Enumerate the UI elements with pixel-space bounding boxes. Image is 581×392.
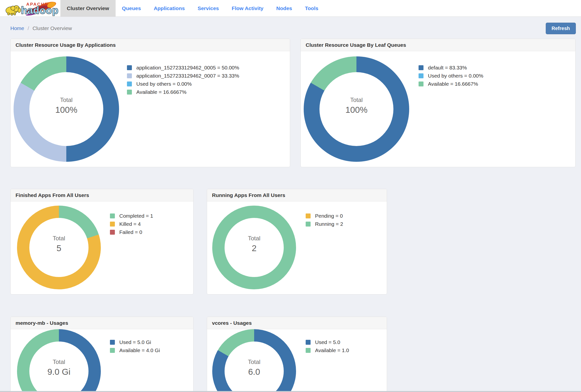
donut-center-value: 5 — [53, 243, 65, 253]
legend-label: Pending = 0 — [315, 213, 343, 219]
donut-center-label: Total — [345, 97, 368, 103]
donut-chart-applications[interactable]: Total 100% — [14, 56, 119, 162]
tab-cluster-overview[interactable]: Cluster Overview — [60, 0, 116, 16]
legend-label: Available = 1.0 — [315, 348, 349, 353]
panel-body: Total 5 Completed = 1 Killed = 4 — [10, 201, 193, 294]
breadcrumb: Home / Cluster Overview — [10, 25, 72, 31]
tab-flow-activity[interactable]: Flow Activity — [225, 0, 270, 16]
chart-legend: default = 83.33% Used by others = 0.00% … — [418, 63, 484, 88]
legend-swatch — [110, 340, 115, 345]
legend-item[interactable]: Used by others = 0.00% — [127, 80, 239, 88]
legend-item[interactable]: Pending = 0 — [306, 212, 343, 220]
legend-item[interactable]: application_1527233129462_0007 = 33.33% — [127, 72, 239, 80]
legend-swatch — [127, 90, 132, 95]
nav-tabs: Cluster Overview Queues Applications Ser… — [60, 0, 325, 16]
panel-title: Cluster Resource Usage By Leaf Queues — [301, 39, 575, 51]
chart-legend: Pending = 0 Running = 2 — [306, 212, 343, 228]
donut-center-label: Total — [47, 359, 70, 365]
legend-item[interactable]: application_1527233129462_0005 = 50.00% — [127, 63, 239, 72]
breadcrumb-current: Cluster Overview — [32, 25, 72, 31]
donut-hole: Total 100% — [29, 72, 103, 146]
donut-chart-leaf-queues[interactable]: Total 100% — [304, 56, 409, 162]
tab-services[interactable]: Services — [191, 0, 225, 16]
tab-nodes[interactable]: Nodes — [270, 0, 298, 16]
legend-item[interactable]: Used = 5.0 — [306, 338, 349, 346]
donut-center-value: 6.0 — [248, 367, 260, 377]
panel-title: vcores - Usages — [207, 317, 387, 329]
breadcrumb-separator: / — [28, 25, 29, 31]
legend-item[interactable]: Available = 16.6667% — [418, 80, 484, 88]
panel-cluster-resource-usage-by-applications: Cluster Resource Usage By Applications T… — [10, 39, 290, 167]
donut-center-label: Total — [55, 97, 78, 103]
donut-center-value: 100% — [55, 105, 78, 115]
tab-applications[interactable]: Applications — [148, 0, 191, 16]
panel-body: Total 2 Pending = 0 Running = 2 — [207, 201, 387, 294]
legend-label: application_1527233129462_0005 = 50.00% — [136, 65, 239, 71]
legend-label: Available = 16.6667% — [136, 89, 186, 95]
legend-item[interactable]: Available = 4.0 Gi — [110, 346, 160, 354]
chart-legend: application_1527233129462_0005 = 50.00% … — [127, 63, 239, 96]
donut-chart-vcores-usages[interactable]: Total 6.0 — [212, 329, 296, 392]
panel-finished-apps: Finished Apps From All Users Total 5 — [10, 189, 194, 294]
panel-vcores-usages: vcores - Usages Total 6.0 Us — [207, 317, 387, 392]
legend-swatch — [418, 73, 424, 78]
donut-center-label: Total — [248, 235, 260, 242]
chart-legend: Used = 5.0 Available = 1.0 — [306, 338, 349, 354]
hadoop-elephant-icon: APACHE hadoop — [2, 1, 58, 16]
donut-center-value: 2 — [248, 243, 260, 253]
legend-label: application_1527233129462_0007 = 33.33% — [136, 73, 239, 79]
legend-swatch — [110, 230, 115, 235]
legend-swatch — [110, 348, 115, 353]
donut-hole: Total 2 — [224, 218, 284, 277]
page: APACHE hadoop Cluster Overview Queues Ap… — [0, 0, 581, 392]
donut-center-value: 100% — [345, 105, 368, 115]
breadcrumb-home-link[interactable]: Home — [10, 25, 24, 31]
legend-swatch — [110, 222, 115, 226]
legend-item[interactable]: Running = 2 — [306, 220, 343, 228]
panel-row-3: memory-mb - Usages Total 9.0 Gi — [10, 317, 576, 392]
legend-label: Available = 4.0 Gi — [119, 348, 160, 353]
donut-center-label: Total — [248, 359, 260, 365]
donut-center-value: 9.0 Gi — [47, 367, 70, 377]
legend-label: Used by others = 0.00% — [136, 81, 192, 87]
legend-swatch — [418, 81, 424, 86]
legend-item[interactable]: Used = 5.0 Gi — [110, 338, 160, 346]
legend-swatch — [306, 348, 310, 353]
chart-legend: Used = 5.0 Gi Available = 4.0 Gi — [110, 338, 160, 354]
donut-chart-memory-usages[interactable]: Total 9.0 Gi — [17, 329, 101, 392]
panel-body: Total 9.0 Gi Used = 5.0 Gi Available — [10, 329, 193, 392]
panel-memory-mb-usages: memory-mb - Usages Total 9.0 Gi — [10, 317, 194, 392]
legend-item[interactable]: Used by others = 0.00% — [418, 72, 484, 80]
refresh-button[interactable]: Refresh — [546, 23, 576, 34]
donut-hole: Total 9.0 Gi — [29, 342, 88, 392]
donut-chart-running-apps[interactable]: Total 2 — [212, 205, 296, 289]
panel-body: Total 100% application_1527233129462_000… — [10, 51, 290, 167]
panel-title: memory-mb - Usages — [10, 317, 193, 329]
hadoop-wordmark: hadoop — [21, 5, 58, 16]
panel-row-1: Cluster Resource Usage By Applications T… — [10, 39, 576, 167]
panel-body: Total 6.0 Used = 5.0 Available = 1.0 — [207, 329, 387, 392]
legend-item[interactable]: Available = 16.6667% — [127, 88, 239, 96]
legend-swatch — [306, 213, 310, 218]
legend-label: default = 83.33% — [428, 65, 467, 71]
legend-item[interactable]: Completed = 1 — [110, 212, 153, 220]
main-content: Home / Cluster Overview Refresh Cluster … — [0, 22, 581, 392]
panel-running-apps: Running Apps From All Users Total 2 — [207, 189, 387, 294]
legend-swatch — [306, 222, 310, 226]
legend-item[interactable]: Available = 1.0 — [306, 346, 349, 354]
legend-label: Used by others = 0.00% — [428, 73, 484, 79]
legend-item[interactable]: Killed = 4 — [110, 220, 153, 228]
panel-title: Finished Apps From All Users — [10, 189, 193, 201]
legend-swatch — [110, 213, 115, 218]
donut-chart-finished-apps[interactable]: Total 5 — [17, 205, 101, 289]
breadcrumb-row: Home / Cluster Overview Refresh — [10, 22, 576, 35]
legend-item[interactable]: default = 83.33% — [418, 63, 484, 72]
donut-hole: Total 100% — [320, 72, 394, 146]
tab-tools[interactable]: Tools — [298, 0, 325, 16]
legend-item[interactable]: Failed = 0 — [110, 228, 153, 236]
legend-label: Completed = 1 — [119, 213, 153, 219]
tab-queues[interactable]: Queues — [116, 0, 148, 16]
hadoop-logo: APACHE hadoop — [0, 0, 60, 16]
panel-row-2: Finished Apps From All Users Total 5 — [10, 189, 576, 294]
top-navbar: APACHE hadoop Cluster Overview Queues Ap… — [0, 0, 581, 17]
